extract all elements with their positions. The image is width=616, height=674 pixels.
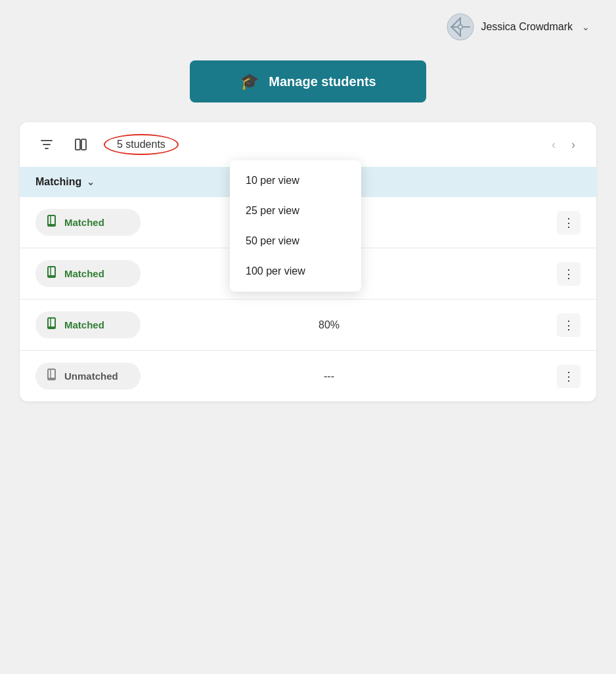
status-label-3: Matched — [64, 319, 104, 330]
prev-page-button[interactable]: ‹ — [546, 135, 561, 154]
book-icon-1 — [46, 214, 59, 231]
grad-cap-icon: 🎓 — [240, 72, 259, 91]
matching-label: Matching — [35, 176, 81, 188]
more-options-button-3[interactable]: ⋮ — [557, 313, 581, 337]
status-label-1: Matched — [64, 217, 104, 228]
next-arrow-icon: › — [571, 138, 575, 151]
score-value-3: 80% — [319, 319, 340, 331]
score-value-4: --- — [324, 371, 334, 382]
header: Jessica Crowdmark ⌄ — [0, 0, 616, 41]
more-options-button-4[interactable]: ⋮ — [557, 365, 581, 388]
svg-rect-8 — [81, 139, 86, 150]
avatar-icon — [447, 13, 474, 41]
filter-button[interactable] — [35, 135, 58, 154]
manage-students-button[interactable]: 🎓 Manage students — [190, 60, 426, 102]
prev-arrow-icon: ‹ — [552, 138, 556, 151]
svg-rect-7 — [76, 139, 80, 150]
more-icon-1: ⋮ — [563, 215, 575, 230]
per-view-50[interactable]: 50 per view — [230, 226, 361, 256]
book-icon-3 — [46, 317, 59, 333]
status-badge-matched-2: Matched — [35, 260, 141, 287]
more-options-button-2[interactable]: ⋮ — [557, 262, 581, 286]
per-view-100[interactable]: 100 per view — [230, 256, 361, 286]
matching-sort-icon: ⌄ — [87, 177, 95, 187]
columns-button[interactable] — [70, 135, 92, 154]
matching-column-header[interactable]: Matching ⌄ — [35, 176, 95, 188]
more-icon-3: ⋮ — [563, 318, 575, 332]
username-label: Jessica Crowdmark — [481, 21, 573, 33]
next-page-button[interactable]: › — [566, 135, 581, 154]
table-row: Matched 80% ⋮ — [20, 300, 596, 351]
main-card: 5 students ‹ › 10 per view 25 per view 5… — [20, 122, 596, 401]
book-icon-2 — [46, 265, 59, 282]
status-badge-matched-3: Matched — [35, 311, 141, 338]
status-label-2: Matched — [64, 268, 104, 279]
book-icon-4 — [46, 368, 59, 384]
user-chevron-icon: ⌄ — [582, 22, 590, 32]
per-view-25[interactable]: 25 per view — [230, 196, 361, 226]
students-count-label: 5 students — [117, 139, 165, 150]
table-row: Unmatched --- ⋮ — [20, 351, 596, 401]
more-icon-2: ⋮ — [563, 267, 575, 281]
status-badge-unmatched-4: Unmatched — [35, 363, 141, 390]
svg-point-6 — [459, 26, 462, 29]
manage-students-label: Manage students — [269, 74, 376, 89]
nav-arrows: ‹ › — [546, 135, 581, 154]
status-label-4: Unmatched — [64, 371, 118, 382]
columns-icon — [74, 137, 88, 152]
user-menu[interactable]: Jessica Crowdmark ⌄ — [447, 13, 590, 41]
filter-icon — [39, 137, 54, 152]
table-controls: 5 students ‹ › 10 per view 25 per view 5… — [20, 122, 596, 167]
more-icon-4: ⋮ — [563, 369, 575, 384]
students-badge-button[interactable]: 5 students — [104, 134, 179, 155]
status-badge-matched-1: Matched — [35, 209, 141, 236]
more-options-button-1[interactable]: ⋮ — [557, 211, 581, 235]
toolbar-area: 🎓 Manage students — [0, 41, 616, 122]
per-view-10[interactable]: 10 per view — [230, 166, 361, 196]
per-view-dropdown: 10 per view 25 per view 50 per view 100 … — [230, 160, 361, 292]
